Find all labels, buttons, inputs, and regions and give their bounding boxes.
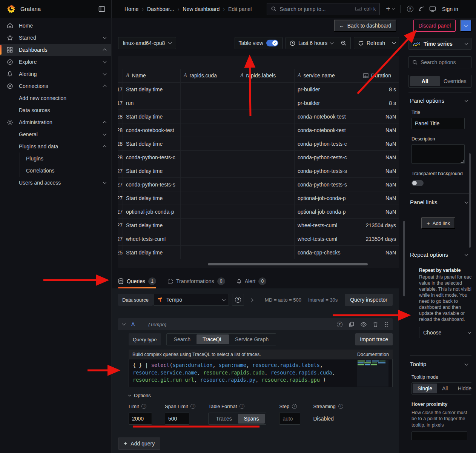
options-search[interactable] — [408, 56, 471, 68]
repeat-variable-select[interactable]: Choose — [419, 327, 471, 338]
traceql-editor[interactable]: { } | select(span:duration, span:name, r… — [129, 359, 393, 387]
sidebar-item-starred[interactable]: Starred — [0, 32, 111, 44]
filter-all-option[interactable]: All — [410, 76, 440, 86]
sidebar-item-home[interactable]: Home — [0, 20, 111, 32]
breadcrumb-dashboards[interactable]: Dashboar... — [147, 6, 174, 12]
datasource-picker[interactable]: Tempo — [154, 294, 229, 306]
panel-title-input[interactable] — [412, 118, 465, 129]
sidebar-item-data-sources[interactable]: Data sources — [0, 104, 111, 116]
tooltip-mode-hidden[interactable]: Hidden — [453, 384, 471, 393]
format-spans-option[interactable]: Spans — [238, 414, 265, 424]
table-horizontal-scrollbar[interactable] — [208, 263, 368, 265]
filter-overrides-option[interactable]: Overrides — [440, 76, 470, 86]
sidebar-item-plugins-and-data[interactable]: Plugins and data — [0, 140, 111, 153]
chevron-down-icon[interactable] — [103, 72, 107, 76]
time-range-picker[interactable]: Last 6 hours — [286, 37, 337, 49]
column-header-duration[interactable]: Duration — [351, 69, 399, 82]
query-options-toggle[interactable]: Options — [129, 393, 393, 398]
refresh-button[interactable]: Refresh — [354, 37, 389, 49]
sidebar-item-explore[interactable]: Explore — [0, 56, 111, 68]
query-row-header[interactable]: A (Tempo) ? — [118, 318, 393, 330]
add-query-button[interactable]: + Add query — [118, 438, 160, 450]
chevron-up-icon[interactable] — [103, 85, 107, 89]
panel-description-textarea[interactable] — [412, 144, 465, 164]
panel-options-section-header[interactable]: Panel options — [410, 97, 471, 104]
zoom-out-time-button[interactable] — [337, 37, 350, 49]
refresh-interval-caret[interactable] — [389, 37, 399, 49]
breadcrumb-new-dashboard[interactable]: New dashboard — [183, 6, 220, 12]
tooltip-mode-all[interactable]: All — [437, 384, 453, 393]
import-trace-button[interactable]: Import trace — [355, 333, 393, 345]
help-icon[interactable]: ? — [404, 3, 416, 15]
signin-link[interactable]: Sign in — [442, 6, 458, 12]
step-input[interactable] — [279, 413, 300, 425]
monitor-icon[interactable] — [427, 3, 438, 15]
sidebar-item-alerting[interactable]: Alerting — [0, 68, 111, 80]
tooltip-section-header[interactable]: Tooltip — [410, 361, 471, 367]
search-input[interactable] — [279, 6, 352, 12]
editor-minimap — [357, 360, 388, 387]
visualization-picker[interactable]: Time series — [408, 38, 471, 50]
chevron-down-icon[interactable] — [103, 35, 107, 39]
sidebar-item-add-new-connection[interactable]: Add new connection — [0, 92, 111, 104]
tab-transformations[interactable]: Transformations 0 — [167, 274, 225, 288]
column-header-name[interactable]: AName — [123, 69, 180, 82]
add-button[interactable]: + — [384, 5, 396, 13]
datasource-help-button[interactable]: ? — [232, 294, 244, 306]
chevron-up-icon[interactable] — [103, 121, 107, 125]
panel-links-section-header[interactable]: Panel links — [410, 199, 471, 205]
tab-queries[interactable]: Queries 1 — [118, 274, 156, 288]
query-inspector-button[interactable]: Query inspector — [345, 294, 393, 306]
add-link-button[interactable]: + Add link — [421, 217, 455, 229]
grafana-logo-icon[interactable] — [6, 4, 16, 14]
tab-alert[interactable]: Alert 0 — [236, 274, 267, 288]
sidebar-item-connections[interactable]: Connections — [0, 80, 111, 92]
sidebar-item-correlations[interactable]: Correlations — [20, 165, 111, 177]
span-limit-input[interactable] — [165, 413, 189, 425]
save-dashboard-button[interactable]: Save dashboard — [460, 20, 471, 32]
chevron-down-icon[interactable] — [103, 180, 107, 184]
transparent-background-toggle[interactable] — [412, 180, 424, 186]
sidebar-item-users-and-access[interactable]: Users and access — [0, 177, 111, 189]
delete-query-trash-icon[interactable] — [373, 322, 378, 327]
discard-panel-button[interactable]: Discard panel — [413, 20, 456, 32]
query-type-traceql[interactable]: TraceQL — [197, 334, 229, 344]
options-search-input[interactable] — [421, 59, 468, 65]
chevron-down-icon[interactable] — [103, 60, 107, 63]
tooltip-mode-single[interactable]: Single — [413, 384, 437, 393]
column-header-rapids-labels[interactable]: Arapids.labels — [237, 69, 294, 82]
disable-query-eye-icon[interactable] — [361, 322, 367, 327]
drag-handle-icon[interactable] — [384, 322, 388, 327]
template-variable-select[interactable]: linux-amd64-cpu8 — [118, 37, 176, 49]
news-icon[interactable] — [416, 3, 427, 15]
main-vertical-scrollbar[interactable] — [403, 221, 405, 296]
collapse-chevron-icon[interactable] — [122, 322, 126, 326]
format-traces-option[interactable]: Traces — [210, 414, 238, 424]
breadcrumb-home[interactable]: Home — [124, 6, 138, 12]
hover-proximity-input[interactable] — [412, 431, 467, 440]
sidebar-item-plugins[interactable]: Plugins — [20, 153, 111, 165]
limit-input[interactable] — [129, 413, 152, 425]
global-search[interactable]: ctrl+k — [267, 3, 380, 15]
column-header-service-name[interactable]: Aservice.name — [294, 69, 351, 82]
query-type-search[interactable]: Search — [168, 334, 197, 344]
repeat-options-section-header[interactable]: Repeat options — [410, 251, 471, 258]
options-scrollbar[interactable] — [469, 153, 471, 248]
query-help-icon[interactable]: ? — [337, 322, 342, 327]
sidebar-toggle-icon[interactable] — [98, 6, 105, 12]
chevron-down-icon[interactable] — [103, 132, 107, 136]
column-header-rapids-cuda[interactable]: Arapids.cuda — [180, 69, 237, 82]
sidebar-item-administration[interactable]: Administration — [0, 116, 111, 128]
sidebar-item-dashboards[interactable]: Dashboards — [0, 44, 111, 56]
duplicate-query-icon[interactable] — [349, 322, 354, 327]
sidebar-item-general[interactable]: General — [0, 128, 111, 140]
query-ref-id[interactable]: A — [131, 321, 135, 327]
back-to-dashboard-button[interactable]: ← Back to dashboard — [334, 20, 397, 32]
chevron-right-icon[interactable] — [250, 296, 253, 303]
chevron-up-icon[interactable] — [103, 145, 107, 149]
save-options-caret[interactable] — [461, 20, 471, 31]
chevron-up-icon[interactable] — [103, 49, 107, 52]
table-view-toggle[interactable]: ✓ — [266, 40, 278, 46]
query-type-service-graph[interactable]: Service Graph — [229, 334, 275, 344]
documentation-link[interactable]: Documentation — [357, 352, 389, 357]
